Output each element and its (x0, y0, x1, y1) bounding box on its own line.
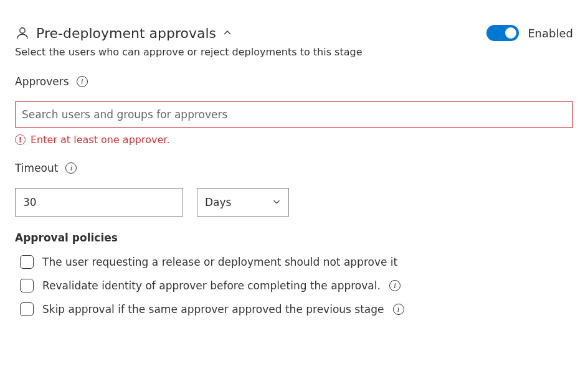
approvers-error-text: Enter at least one approver. (31, 134, 169, 146)
timeout-value-input[interactable] (15, 188, 183, 217)
svg-point-0 (20, 28, 25, 33)
enabled-toggle-label: Enabled (528, 27, 573, 40)
policy-label: Revalidate identity of approver before c… (42, 279, 381, 292)
policy-checkbox[interactable] (20, 255, 34, 269)
timeout-label: Timeout (15, 162, 58, 174)
policy-checkbox[interactable] (20, 302, 34, 316)
policy-label: The user requesting a release or deploym… (42, 256, 397, 268)
info-icon[interactable]: i (65, 162, 77, 174)
user-icon (15, 26, 30, 40)
section-subtitle: Select the users who can approve or reje… (15, 46, 573, 58)
chevron-up-icon (222, 28, 232, 38)
error-icon: ! (15, 134, 26, 145)
policy-row: Revalidate identity of approver before c… (15, 279, 573, 292)
policy-row: Skip approval if the same approver appro… (15, 302, 573, 316)
enabled-toggle[interactable] (486, 25, 519, 41)
approvers-label: Approvers (15, 75, 69, 88)
section-title: Pre-deployment approvals (36, 26, 216, 41)
section-header-toggle[interactable]: Pre-deployment approvals (15, 26, 232, 41)
info-icon[interactable]: i (393, 304, 404, 315)
chevron-down-icon (272, 196, 281, 208)
policy-row: The user requesting a release or deploym… (15, 255, 573, 269)
timeout-unit-value: Days (205, 196, 231, 208)
policy-label: Skip approval if the same approver appro… (42, 303, 384, 315)
policy-checkbox[interactable] (20, 279, 34, 292)
info-icon[interactable]: i (77, 76, 88, 87)
timeout-unit-select[interactable]: Days (197, 188, 289, 217)
approvers-search-input[interactable] (15, 101, 573, 128)
info-icon[interactable]: i (389, 280, 401, 291)
policies-heading: Approval policies (15, 231, 573, 244)
